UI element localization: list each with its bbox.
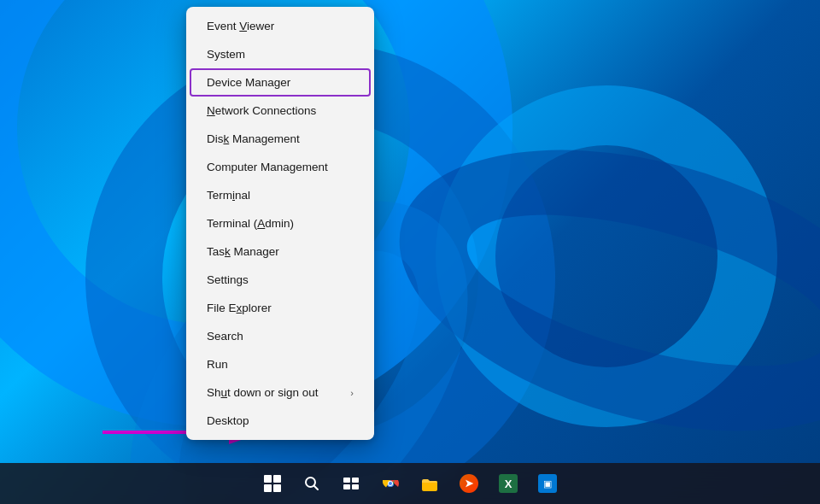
menu-item-disk-management[interactable]: Disk Management	[186, 125, 374, 153]
menu-item-label: Disk Management	[207, 132, 300, 145]
svg-rect-4	[343, 478, 350, 483]
excel-icon: X	[499, 474, 518, 493]
svg-line-3	[314, 486, 319, 490]
menu-item-label: System	[207, 48, 245, 61]
svg-rect-7	[352, 484, 359, 489]
taskbar-icons-group: ➤X▣	[254, 465, 566, 502]
app1-icon: ➤	[460, 474, 478, 493]
menu-item-label: Terminal (Admin)	[207, 217, 294, 230]
menu-item-label: Computer Management	[207, 161, 328, 173]
taskbar: ➤X▣	[0, 463, 820, 504]
taskbar-icon-chrome[interactable]	[372, 465, 409, 502]
submenu-arrow-icon: ›	[350, 388, 354, 398]
svg-point-11	[389, 482, 392, 485]
menu-item-event-viewer[interactable]: Event Viewer	[186, 12, 374, 40]
menu-item-terminal[interactable]: Terminal	[186, 181, 374, 209]
chrome-icon	[381, 474, 400, 493]
menu-item-label: Network Connections	[207, 104, 316, 117]
windows-logo-icon	[264, 475, 281, 492]
app2-icon: ▣	[538, 474, 557, 493]
menu-item-label: Task Manager	[207, 245, 279, 258]
taskbar-icon-excel[interactable]: X	[489, 465, 527, 502]
menu-item-task-manager[interactable]: Task Manager	[186, 237, 374, 266]
context-menu: Event ViewerSystemDevice ManagerNetwork …	[186, 7, 374, 440]
menu-item-computer-management[interactable]: Computer Management	[186, 153, 374, 181]
taskbar-icon-start[interactable]	[254, 465, 291, 502]
menu-item-network-connections[interactable]: Network Connections	[186, 97, 374, 125]
menu-item-search[interactable]: Search	[186, 322, 374, 350]
menu-item-label: Settings	[207, 273, 249, 286]
menu-item-label: Search	[207, 330, 243, 343]
menu-item-label: Device Manager	[207, 76, 290, 89]
menu-item-desktop[interactable]: Desktop	[186, 407, 374, 435]
menu-item-terminal-admin[interactable]: Terminal (Admin)	[186, 209, 374, 237]
taskbar-icon-search[interactable]	[293, 465, 331, 502]
menu-item-system[interactable]: System	[186, 40, 374, 68]
menu-item-label: Shut down or sign out	[207, 386, 319, 399]
taskbar-icon-app1[interactable]: ➤	[450, 465, 488, 502]
menu-item-label: Event Viewer	[207, 20, 274, 32]
menu-item-shut-down[interactable]: Shut down or sign out›	[186, 378, 374, 407]
menu-item-settings[interactable]: Settings	[186, 266, 374, 294]
search-icon	[303, 475, 320, 492]
menu-item-label: Run	[207, 358, 228, 371]
menu-item-file-explorer[interactable]: File Explorer	[186, 294, 374, 322]
menu-item-label: Desktop	[207, 414, 249, 427]
svg-rect-6	[343, 484, 350, 489]
taskbar-icon-app2[interactable]: ▣	[529, 465, 566, 502]
menu-item-run[interactable]: Run	[186, 350, 374, 378]
taskbar-icon-files[interactable]	[411, 465, 448, 502]
svg-rect-5	[352, 478, 359, 483]
menu-item-label: Terminal	[207, 189, 250, 202]
taskbar-icon-taskview[interactable]	[332, 465, 370, 502]
menu-item-device-manager[interactable]: Device Manager	[190, 68, 371, 97]
files-icon	[420, 474, 439, 493]
menu-item-label: File Explorer	[207, 302, 272, 314]
taskview-icon	[343, 475, 360, 492]
